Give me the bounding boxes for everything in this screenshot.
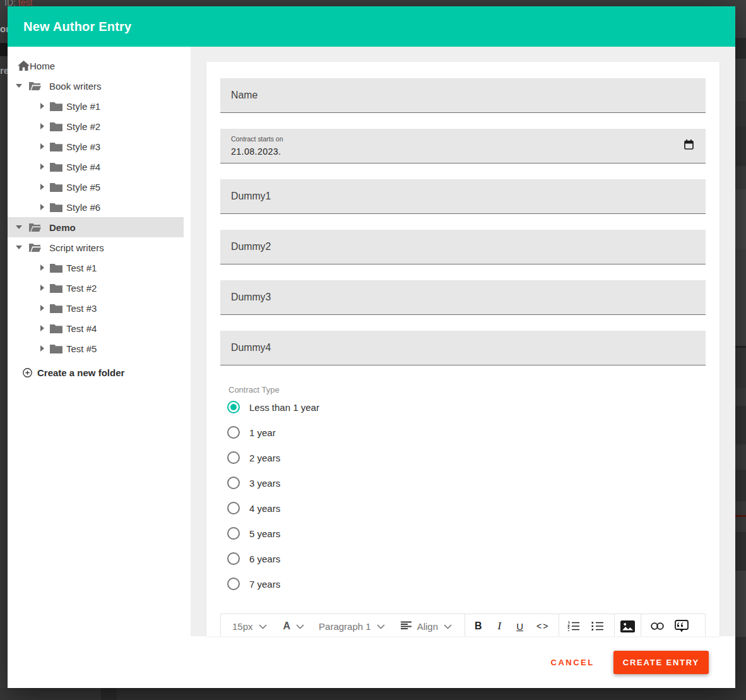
blockquote-button[interactable] (675, 620, 689, 632)
folder-closed-icon (50, 102, 62, 111)
folder-sidebar: HomeBook writersStyle #1Style #2Style #3… (8, 47, 191, 636)
tree-item-book-writers[interactable]: Book writers (8, 76, 191, 96)
chevron-down-icon (377, 624, 385, 629)
radio-button-icon[interactable] (227, 552, 240, 565)
tree-item-test-1[interactable]: Test #1 (8, 258, 191, 278)
expand-toggle[interactable] (38, 103, 46, 109)
caret-right-icon (40, 103, 44, 109)
caret-down-icon (16, 84, 22, 88)
caret-right-icon (40, 204, 44, 210)
editor-toolbar: 15px A Paragraph 1 (220, 614, 706, 636)
tree-item-style-4[interactable]: Style #4 (8, 157, 191, 177)
dummy3-field[interactable]: Dummy3 (220, 280, 706, 315)
radio-button-icon[interactable] (227, 477, 240, 489)
radio-dot (230, 454, 237, 461)
tree-item-label: Home (30, 61, 55, 71)
insert-image-button[interactable] (620, 620, 635, 632)
tree-item-style-1[interactable]: Style #1 (8, 96, 191, 116)
folder-closed-icon (50, 142, 62, 151)
caret-right-icon (40, 264, 44, 271)
unordered-list-button[interactable] (591, 621, 603, 631)
radio-button-icon[interactable] (227, 527, 240, 540)
name-field[interactable]: Name (220, 78, 706, 113)
radio-option-3-years[interactable]: 3 years (220, 470, 706, 495)
expand-toggle[interactable] (38, 163, 46, 170)
align-dropdown[interactable]: Align (400, 621, 453, 632)
dummy1-field-label: Dummy1 (231, 190, 271, 203)
chevron-down-icon (296, 624, 304, 629)
radio-option-1-year[interactable]: 1 year (220, 420, 706, 445)
create-entry-button[interactable]: CREATE ENTRY (613, 651, 709, 674)
unordered-list-icon (591, 621, 603, 631)
cancel-button[interactable]: CANCEL (551, 658, 595, 667)
radio-option-6-years[interactable]: 6 years (220, 546, 706, 571)
radio-button-icon[interactable] (227, 502, 240, 514)
folder-closed-icon (50, 283, 62, 293)
radio-option-5-years[interactable]: 5 years (220, 521, 706, 546)
tree-item-test-2[interactable]: Test #2 (8, 278, 191, 298)
radio-button-icon[interactable] (227, 578, 240, 590)
expand-toggle[interactable] (38, 285, 46, 291)
tree-item-style-3[interactable]: Style #3 (8, 136, 191, 157)
tree-item-demo[interactable]: Demo (8, 217, 184, 237)
create-new-folder-button[interactable]: Create a new folder (8, 363, 191, 382)
collapse-toggle[interactable] (15, 84, 23, 88)
expand-toggle[interactable] (38, 305, 46, 311)
expand-toggle[interactable] (38, 345, 46, 352)
expand-toggle[interactable] (38, 325, 46, 331)
italic-button[interactable]: I (498, 620, 502, 632)
tree-item-test-4[interactable]: Test #4 (8, 318, 191, 338)
backdrop-bottom-strip (0, 688, 746, 700)
expand-toggle[interactable] (38, 123, 46, 129)
folder-closed-icon (50, 162, 62, 172)
radio-button-icon[interactable] (227, 451, 240, 464)
radio-button-icon[interactable] (227, 401, 240, 413)
new-author-entry-dialog: New Author Entry HomeBook writersStyle #… (8, 6, 735, 688)
paragraph-style-dropdown[interactable]: Paragraph 1 (317, 621, 386, 632)
radio-option-4-years[interactable]: 4 years (220, 495, 706, 521)
tree-item-style-6[interactable]: Style #6 (8, 197, 191, 217)
underline-button[interactable]: U (516, 621, 523, 632)
radio-option-2-years[interactable]: 2 years (220, 445, 706, 470)
folder-closed-icon (50, 122, 62, 131)
folder-open-icon (28, 223, 41, 232)
dummy1-field[interactable]: Dummy1 (220, 179, 706, 214)
expand-toggle[interactable] (38, 184, 46, 190)
image-icon (620, 620, 635, 632)
expand-toggle[interactable] (38, 204, 46, 210)
code-button[interactable]: <> (536, 621, 549, 631)
contract-start-date-field[interactable]: Contract starts on 21.08.2023. (220, 129, 706, 163)
font-color-glyph: A (283, 620, 291, 632)
folder-open-icon (28, 243, 41, 252)
expand-toggle[interactable] (38, 264, 46, 271)
collapse-toggle[interactable] (15, 246, 23, 249)
insert-link-button[interactable] (650, 622, 665, 630)
expand-toggle[interactable] (38, 143, 46, 150)
ordered-list-icon (567, 621, 579, 631)
tree-item-label: Book writers (49, 81, 102, 92)
dummy2-field[interactable]: Dummy2 (220, 230, 706, 264)
ordered-list-button[interactable] (567, 621, 579, 631)
tree-item-label: Test #1 (66, 263, 97, 273)
font-size-dropdown[interactable]: 15px (231, 621, 268, 632)
chevron-down-icon (259, 624, 267, 629)
tree-item-test-5[interactable]: Test #5 (8, 338, 191, 359)
tree-item-style-5[interactable]: Style #5 (8, 177, 191, 197)
radio-option-label: 3 years (249, 478, 280, 489)
tree-item-script-writers[interactable]: Script writers (8, 237, 191, 258)
font-color-dropdown[interactable]: A (282, 620, 306, 632)
folder-open-icon (28, 223, 41, 232)
tree-item-style-2[interactable]: Style #2 (8, 116, 191, 136)
bold-button[interactable]: B (475, 620, 482, 632)
dummy4-field[interactable]: Dummy4 (220, 331, 706, 365)
toolbar-separator (559, 614, 559, 636)
radio-option-label: 6 years (249, 554, 280, 564)
radio-option-less-than-1-year[interactable]: Less than 1 year (220, 394, 706, 420)
calendar-icon[interactable] (684, 139, 694, 153)
radio-option-7-years[interactable]: 7 years (220, 571, 706, 596)
collapse-toggle[interactable] (15, 225, 23, 229)
radio-button-icon[interactable] (227, 426, 240, 439)
tree-item-home[interactable]: Home (8, 56, 191, 76)
tree-item-test-3[interactable]: Test #3 (8, 298, 191, 318)
caret-right-icon (40, 123, 44, 129)
